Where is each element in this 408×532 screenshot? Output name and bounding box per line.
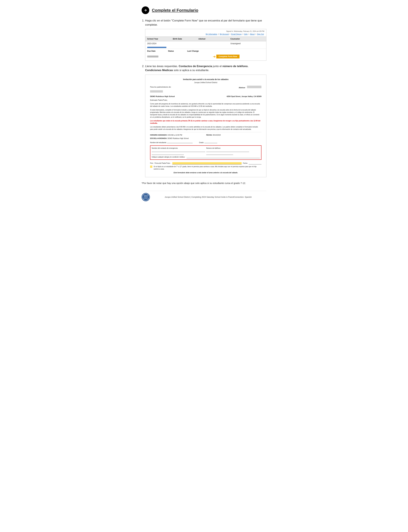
walk-home-checkbox[interactable] (150, 166, 152, 168)
note-text: *Por favor de notar que hay una opción a… (142, 182, 266, 184)
advisor-label: Advisor (239, 87, 245, 88)
form-subtitle: Jurupa Unified School District (150, 81, 262, 84)
sign-out-link[interactable]: Sign Out (257, 33, 264, 35)
checkbox-row: Si mi hijo/a es un estudiante de 7° a 12… (150, 165, 262, 170)
due-col-action (213, 50, 264, 52)
nombre-field: Nombre del estudiante: (150, 140, 193, 144)
footer-logo: JURUPA UNIFIED SCHOOL DISTRICT (142, 193, 150, 201)
fecha-value: 09/14/2024 (213, 134, 221, 136)
signature-area: Firm Firma del Padre/Tutor - Fecha (150, 162, 262, 165)
date-input[interactable] (249, 162, 262, 165)
blue-bar (147, 47, 166, 48)
due-col-last-change: Last Change (187, 50, 213, 52)
allergy-input[interactable] (187, 156, 260, 158)
firma-label: Firm (150, 162, 153, 165)
logo-line4: DISTRICT (143, 198, 148, 200)
step2-mid: junto el (213, 65, 221, 68)
screenshot-box-1: Signed In: Wednesday, February 21, 2024 … (145, 29, 266, 61)
school-address: 4250 Opal Street, Jurupa Valley, CA 9250… (227, 95, 262, 98)
nombre-label: Nombre del estudiante: (150, 142, 167, 143)
school-name-box-area (150, 90, 262, 94)
school-name: DEMO Rubidoux High School (150, 95, 175, 98)
phone-field: Número de teléfono: (206, 147, 260, 155)
email-signup-link[interactable]: Email Signup (231, 33, 242, 35)
cell-advisor (198, 42, 230, 45)
para-for-label: Para los padres/tutores de: (150, 86, 171, 88)
form-divider-1 (150, 132, 262, 132)
col-school-year: School Year (147, 37, 173, 40)
col-advisor: Advisor (198, 37, 230, 40)
instructions: Haga clic en el botón "Complete Form Now… (142, 18, 266, 177)
advisor-box (247, 86, 262, 88)
escuela-row: ESCUELA ASIGNADA: DEMO Rubidoux High Sch… (150, 137, 205, 140)
logo-inner: JURUPA UNIFIED SCHOOL DISTRICT (142, 194, 149, 201)
step2-bold2: número de teléfono. (222, 65, 248, 68)
fecha-firma-label: Fecha (243, 162, 247, 165)
complete-form-button[interactable]: Complete Form Now (216, 55, 239, 58)
form-info-grid: HORARIO ASIGNADO: 8:00 AM a 12:00 PM FEC… (150, 134, 262, 140)
help-link[interactable]: Help (244, 33, 248, 35)
cell-school-year: 2023-2024 (147, 42, 173, 45)
grado-field: Grado: (199, 140, 217, 144)
page-header: Complete el Formulario (142, 6, 266, 14)
due-col-status: Status (168, 50, 187, 52)
body-text-1: Como parte del programa de incentivos de… (150, 103, 262, 107)
signed-in-text: Signed In: Wednesday, February 21, 2024 … (147, 30, 264, 33)
footer-text: Jurupa Unified School District | Complet… (150, 196, 266, 198)
logo-text: JURUPA UNIFIED SCHOOL DISTRICT (143, 195, 148, 200)
checkbox-text: Si mi hijo/a es un estudiante de 7° a 12… (153, 165, 262, 170)
due-col-date: Due Date (147, 50, 168, 52)
form-footer-italic: Este formulario debe enviarse a más tard… (150, 172, 262, 174)
name-grade-row: Nombre del estudiante: Grado: (150, 140, 262, 144)
form-screenshot: Invitación para asistir a la escuela de … (145, 75, 266, 177)
my-information-link[interactable]: My Information (206, 33, 217, 35)
allergy-label: Indique cualquier alergia y/o condición … (152, 156, 185, 158)
complete-form-area: ➜ Complete Form Now (213, 54, 264, 59)
grado-label: Grado: (199, 142, 204, 143)
about-link[interactable]: About (250, 33, 255, 35)
col-counselor: Counselor (230, 37, 262, 40)
escuela-label: ESCUELA ASIGNADA: (150, 138, 167, 139)
step2-bold3: Condiciones Medicas (145, 69, 173, 72)
step2-intro: Llene las áreas requeridas. (145, 65, 178, 68)
arrow-icon (142, 6, 149, 14)
cell-birth-date (173, 42, 198, 45)
signature-input[interactable] (172, 162, 242, 165)
page-title: Complete el Formulario (152, 8, 198, 13)
page-footer: JURUPA UNIFIED SCHOOL DISTRICT Jurupa Un… (142, 191, 266, 201)
table-header-row: School Year Birth Date Advisor Counselor (145, 36, 266, 41)
firma-input-label: Firma del Padre/Tutor - (154, 162, 171, 165)
logo-line3: SCHOOL (143, 197, 148, 198)
horario-value: 8:00 AM a 12:00 PM (168, 134, 182, 136)
nav-area: Signed In: Wednesday, February 21, 2024 … (145, 29, 266, 36)
school-info-line: DEMO Rubidoux High School 4250 Opal Stre… (150, 95, 262, 98)
orange-arrow-icon: ➜ (213, 54, 216, 59)
emergency-box: Nombre del contacto de emergencia: Númer… (150, 145, 262, 160)
step1-text: Haga clic en el botón "Complete Form Now… (145, 19, 262, 26)
body-text-3: Los estudiantes deben presentarse a las … (150, 126, 262, 131)
due-header-row: Due Date Status Last Change (145, 49, 266, 53)
estimado: Estimado Padre/Tutor, (150, 99, 262, 102)
emergency-contact-field: Nombre del contacto de emergencia: (152, 147, 205, 155)
advisor-area: Advisor (239, 86, 262, 89)
form-title: Invitación para asistir a la escuela de … (150, 78, 262, 81)
emergency-grid: Nombre del contacto de emergencia: Númer… (152, 147, 260, 155)
logo-line1: JURUPA (143, 195, 148, 196)
due-date-val (147, 56, 158, 57)
table-data-row: 2023-2024 Unassigned (145, 41, 266, 46)
step-1: Haga clic en el botón "Complete Form Now… (145, 18, 266, 61)
my-account-link[interactable]: My Account (220, 33, 229, 35)
step-2: Llene las áreas requeridas. Contactos de… (145, 64, 266, 177)
body-text-2: Si está interesado/a, complete el formul… (150, 109, 262, 118)
red-warning-text: Los estudiantes que están en la escuela … (150, 120, 262, 124)
fecha-label: FECHA: (206, 134, 212, 136)
school-name-placeholder (150, 90, 163, 93)
nav-links: My Information | My Account | Email Sign… (147, 33, 264, 35)
fecha-row: FECHA: 09/14/2024 (206, 134, 262, 136)
due-data-row: ➜ Complete Form Now (145, 53, 266, 61)
horario-label: HORARIO ASIGNADO: (150, 134, 167, 136)
col-birth-date: Birth Date (173, 37, 198, 40)
form-para-for: Para los padres/tutores de: Advisor (150, 86, 262, 89)
logo-line2: UNIFIED (143, 196, 148, 197)
logo-circle: JURUPA UNIFIED SCHOOL DISTRICT (142, 193, 150, 201)
